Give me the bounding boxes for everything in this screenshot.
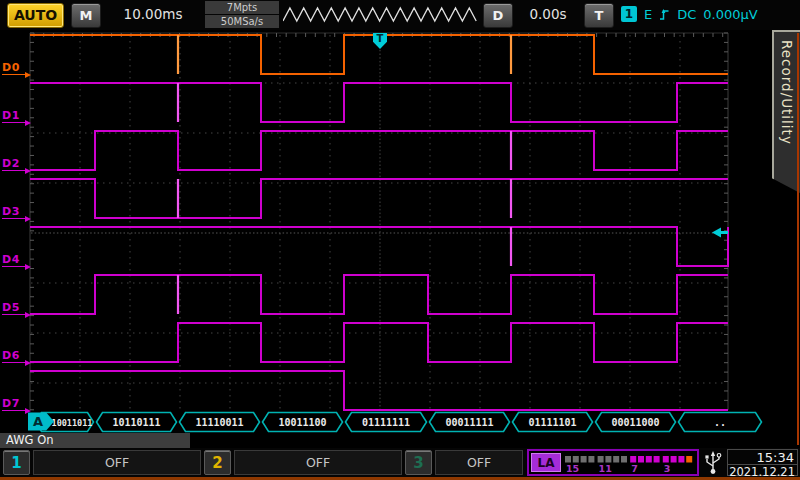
waveform-D3 (30, 179, 728, 218)
channel1-badge[interactable]: 1 (3, 450, 30, 475)
channel-label-D7[interactable]: D7 (2, 397, 28, 411)
bus-value: 01111111 (362, 417, 410, 428)
awg-status-strip: AWG On (0, 433, 190, 448)
oscilloscope-screen: AUTO M 10.00ms 7Mpts 50MSa/s D 0.00s T 1… (0, 0, 800, 480)
bus-value: 10011011 (52, 418, 93, 428)
bus-value: 00011000 (611, 417, 659, 428)
waveform-D1 (30, 83, 728, 122)
channel1-status[interactable]: OFF (33, 450, 201, 475)
channel-label-D2[interactable]: D2 (2, 157, 28, 171)
la-group-number: 7 (631, 463, 638, 474)
waveform-D6 (30, 323, 728, 362)
trigger-level-arrow (712, 228, 721, 238)
channel-label-D6[interactable]: D6 (2, 349, 28, 363)
channel3-badge[interactable]: 3 (405, 450, 432, 475)
la-badge: LA (531, 453, 561, 472)
bus-value: .. (714, 417, 726, 428)
logic-analyzer-block[interactable]: LA 151173 (527, 449, 699, 476)
date-readout: 2021.12.21 (728, 464, 797, 478)
la-group-number: 3 (664, 463, 671, 474)
waveform-plot: 1001101110110111111100111001110001111111… (0, 0, 800, 448)
record-utility-tab[interactable]: Record/Utility (772, 30, 800, 193)
waveform-D7 (30, 371, 728, 410)
bus-value: 10110111 (112, 417, 160, 428)
la-channel-indicators: 151173 (563, 452, 699, 475)
usb-icon (701, 449, 725, 476)
screen-edge-indicator (797, 33, 799, 445)
clock-box: 15:34 2021.12.21 (727, 449, 798, 476)
bus-value: 01111101 (528, 417, 576, 428)
bus-value: 00011111 (445, 417, 493, 428)
channel-label-D0[interactable]: D0 (2, 61, 28, 75)
bottom-bar: 1 OFF 2 OFF 3 OFF LA 151173 15:34 2021.1… (0, 448, 800, 477)
la-group-number: 11 (599, 463, 612, 474)
la-group-number: 15 (566, 463, 579, 474)
bus-value: 11110011 (195, 417, 243, 428)
channel3-status[interactable]: OFF (435, 450, 523, 475)
channel-label-D3[interactable]: D3 (2, 205, 28, 219)
channel-label-D5[interactable]: D5 (2, 301, 28, 315)
record-utility-label: Record/Utility (779, 40, 795, 145)
waveform-D5 (30, 275, 728, 314)
channel2-badge[interactable]: 2 (204, 450, 231, 475)
bus-value: 10011100 (278, 417, 326, 428)
channel-label-D4[interactable]: D4 (2, 253, 28, 267)
waveform-D2 (30, 131, 728, 170)
time-readout: 15:34 (728, 450, 797, 464)
channel2-status[interactable]: OFF (234, 450, 402, 475)
channel-label-D1[interactable]: D1 (2, 109, 28, 123)
